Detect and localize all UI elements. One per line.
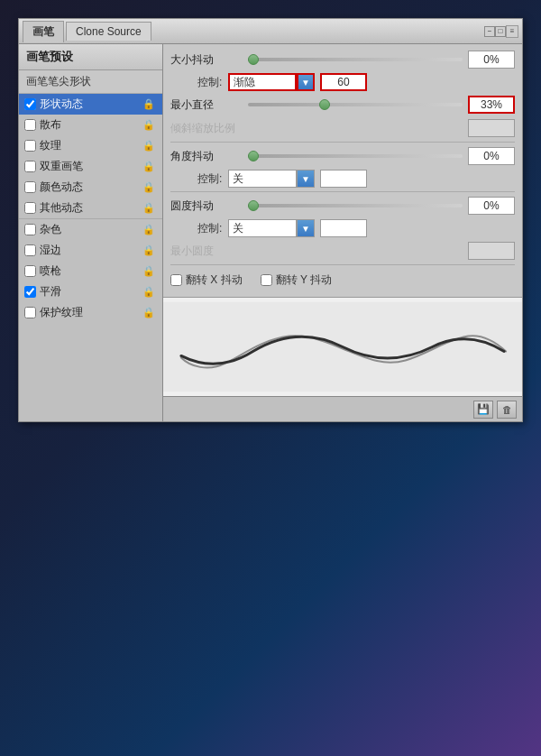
brush-stroke-preview bbox=[163, 298, 522, 396]
control3-value-input[interactable] bbox=[320, 219, 367, 237]
size-jitter-slider[interactable] bbox=[248, 58, 463, 61]
wet-edges-checkbox[interactable] bbox=[24, 244, 36, 256]
min-diameter-input[interactable] bbox=[468, 96, 515, 114]
sidebar: 画笔预设 画笔笔尖形状 形状动态 🔒 散布 🔒 纹理 🔒 双重画笔 🔒 bbox=[19, 44, 163, 421]
roundness-jitter-input[interactable] bbox=[468, 197, 515, 215]
sidebar-item-label: 平滑 bbox=[40, 284, 61, 300]
min-roundness-input bbox=[468, 242, 515, 260]
sidebar-header: 画笔预设 bbox=[19, 44, 162, 70]
roundness-jitter-thumb[interactable] bbox=[248, 200, 259, 211]
sidebar-item-shape-dynamics[interactable]: 形状动态 🔒 bbox=[19, 94, 162, 115]
control2-dropdown[interactable]: 关 bbox=[228, 170, 297, 188]
sidebar-item-texture[interactable]: 纹理 🔒 bbox=[19, 135, 162, 156]
brush-panel: 画笔 Clone Source − □ ≡ 画笔预设 画笔笔尖形状 形状动态 🔒… bbox=[18, 18, 523, 422]
roundness-jitter-row: 圆度抖动 bbox=[170, 196, 515, 216]
angle-jitter-input[interactable] bbox=[468, 147, 515, 165]
title-bar: 画笔 Clone Source − □ ≡ bbox=[19, 19, 522, 44]
sidebar-item-label: 保护纹理 bbox=[40, 305, 83, 320]
flip-x-checkbox[interactable] bbox=[170, 274, 182, 286]
dual-brush-checkbox[interactable] bbox=[24, 161, 36, 172]
control3-dropdown[interactable]: 关 bbox=[228, 219, 297, 237]
lock-icon: 🔒 bbox=[142, 224, 155, 235]
min-diameter-slider[interactable] bbox=[248, 103, 463, 106]
airbrush-checkbox[interactable] bbox=[24, 265, 36, 277]
sidebar-item-label: 双重画笔 bbox=[40, 159, 83, 174]
roundness-jitter-slider[interactable] bbox=[248, 204, 463, 207]
angle-jitter-row: 角度抖动 bbox=[170, 146, 515, 166]
flip-x-item[interactable]: 翻转 X 抖动 bbox=[170, 272, 243, 288]
control1-dropdown[interactable]: 渐隐 bbox=[228, 73, 297, 91]
lock-icon: 🔒 bbox=[142, 307, 155, 318]
flip-y-checkbox[interactable] bbox=[261, 274, 272, 286]
brush-preview bbox=[163, 297, 522, 396]
angle-jitter-slider[interactable] bbox=[248, 154, 463, 158]
noise-checkbox[interactable] bbox=[24, 224, 36, 235]
sidebar-item-color-dynamics[interactable]: 颜色动态 🔒 bbox=[19, 177, 162, 198]
flip-y-item[interactable]: 翻转 Y 抖动 bbox=[261, 272, 332, 288]
flip-checkboxes-row: 翻转 X 抖动 翻转 Y 抖动 bbox=[170, 269, 515, 291]
lock-icon: 🔒 bbox=[142, 119, 155, 131]
maximize-button[interactable]: □ bbox=[495, 26, 506, 37]
color-dynamics-checkbox[interactable] bbox=[24, 181, 36, 193]
main-area: 大小抖动 控制: 渐隐 ▼ 最小直径 bbox=[163, 44, 522, 421]
control2-dropdown-arrow[interactable]: ▼ bbox=[297, 170, 315, 188]
sidebar-item-label: 形状动态 bbox=[40, 97, 83, 112]
tab-brush[interactable]: 画笔 bbox=[23, 21, 64, 42]
control3-dropdown-value: 关 bbox=[233, 221, 243, 236]
panel-menu-button[interactable]: ≡ bbox=[506, 25, 518, 38]
control1-dropdown-arrow[interactable]: ▼ bbox=[297, 73, 315, 91]
min-roundness-label: 最小圆度 bbox=[170, 244, 243, 259]
sidebar-item-smooth[interactable]: 平滑 🔒 bbox=[19, 281, 162, 302]
texture-checkbox[interactable] bbox=[24, 140, 36, 152]
lock-icon: 🔒 bbox=[142, 140, 155, 152]
flip-y-label: 翻转 Y 抖动 bbox=[276, 272, 332, 288]
sidebar-item-dual-brush[interactable]: 双重画笔 🔒 bbox=[19, 156, 162, 177]
sidebar-item-airbrush[interactable]: 喷枪 🔒 bbox=[19, 261, 162, 281]
sidebar-item-scatter[interactable]: 散布 🔒 bbox=[19, 115, 162, 135]
bottom-bar: 💾 🗑 bbox=[163, 396, 522, 421]
flip-x-label: 翻转 X 抖动 bbox=[186, 272, 243, 288]
scatter-checkbox[interactable] bbox=[24, 119, 36, 131]
minimize-button[interactable]: − bbox=[484, 26, 495, 37]
sidebar-item-protect-texture[interactable]: 保护纹理 🔒 bbox=[19, 302, 162, 323]
sidebar-item-noise[interactable]: 杂色 🔒 bbox=[19, 219, 162, 240]
lock-icon: 🔒 bbox=[142, 161, 155, 172]
min-diameter-thumb[interactable] bbox=[319, 99, 330, 110]
control3-row: 控制: 关 ▼ bbox=[170, 219, 515, 237]
protect-texture-checkbox[interactable] bbox=[24, 307, 36, 318]
size-jitter-thumb[interactable] bbox=[248, 54, 259, 65]
sidebar-item-label: 散布 bbox=[40, 117, 61, 133]
shape-dynamics-checkbox[interactable] bbox=[24, 98, 36, 110]
delete-icon: 🗑 bbox=[502, 404, 512, 415]
sidebar-item-label: 喷枪 bbox=[40, 263, 61, 279]
sidebar-item-label: 杂色 bbox=[40, 222, 61, 237]
control1-dropdown-value: 渐隐 bbox=[234, 75, 255, 90]
size-jitter-input[interactable] bbox=[468, 51, 515, 69]
controls-area: 大小抖动 控制: 渐隐 ▼ 最小直径 bbox=[163, 44, 522, 297]
divider1 bbox=[170, 142, 515, 143]
panel-content: 画笔预设 画笔笔尖形状 形状动态 🔒 散布 🔒 纹理 🔒 双重画笔 🔒 bbox=[19, 44, 522, 421]
divider3 bbox=[170, 264, 515, 265]
sidebar-item-wet-edges[interactable]: 湿边 🔒 bbox=[19, 240, 162, 261]
sidebar-item-other-dynamics[interactable]: 其他动态 🔒 bbox=[19, 198, 162, 218]
lock-icon: 🔒 bbox=[142, 286, 155, 298]
control2-value-input[interactable] bbox=[320, 170, 367, 188]
size-jitter-label: 大小抖动 bbox=[170, 52, 243, 68]
control2-label: 控制: bbox=[197, 171, 223, 187]
angle-jitter-label: 角度抖动 bbox=[170, 149, 243, 164]
sidebar-section: 画笔笔尖形状 bbox=[19, 70, 162, 94]
save-preset-button[interactable]: 💾 bbox=[473, 401, 493, 419]
delete-preset-button[interactable]: 🗑 bbox=[497, 401, 517, 419]
min-diameter-label: 最小直径 bbox=[170, 97, 243, 113]
other-dynamics-checkbox[interactable] bbox=[24, 202, 36, 214]
min-roundness-row: 最小圆度 bbox=[170, 241, 515, 261]
tilt-scale-row: 倾斜缩放比例 bbox=[170, 118, 515, 138]
sidebar-item-label: 其他动态 bbox=[40, 200, 83, 216]
angle-jitter-thumb[interactable] bbox=[248, 151, 259, 161]
smooth-checkbox[interactable] bbox=[24, 286, 36, 298]
size-jitter-row: 大小抖动 bbox=[170, 50, 515, 69]
control1-value-input[interactable] bbox=[320, 73, 367, 91]
control3-dropdown-arrow[interactable]: ▼ bbox=[297, 219, 315, 237]
min-diameter-row: 最小直径 bbox=[170, 95, 515, 115]
tab-clone-source[interactable]: Clone Source bbox=[66, 22, 151, 41]
